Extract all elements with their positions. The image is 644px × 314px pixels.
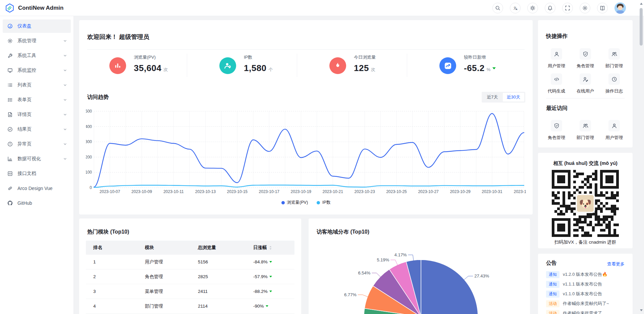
scrollbar-thumb[interactable] bbox=[640, 8, 643, 46]
chevron-down-icon bbox=[63, 68, 67, 73]
user-avatar[interactable] bbox=[614, 2, 626, 14]
sidebar-item-10[interactable]: 接口文档 bbox=[3, 167, 71, 180]
stat-trend-icon bbox=[439, 57, 456, 74]
translate-icon[interactable]: 文A bbox=[510, 3, 521, 13]
cell-change: -84.8% bbox=[253, 259, 268, 264]
svg-text:2023-10-21: 2023-10-21 bbox=[323, 189, 343, 194]
scrollbar-up-arrow[interactable] bbox=[640, 3, 643, 5]
sidebar-item-3[interactable]: 系统监控 bbox=[3, 64, 71, 77]
svg-text:2023-10-23: 2023-10-23 bbox=[355, 189, 375, 194]
sidebar-item-2[interactable]: 系统工具 bbox=[3, 49, 71, 62]
notification-icon[interactable] bbox=[545, 3, 555, 13]
docs-icon[interactable] bbox=[597, 3, 608, 13]
welcome-divider bbox=[87, 49, 525, 50]
scrollbar-down-arrow[interactable] bbox=[640, 309, 643, 311]
chart-icon bbox=[7, 156, 13, 162]
fullscreen-icon[interactable] bbox=[562, 3, 573, 13]
cell-views: 5156 bbox=[198, 259, 208, 264]
stat-divider bbox=[407, 54, 407, 77]
qr-caption: 扫码加VX，备注 cnadmin 进群 bbox=[538, 239, 633, 245]
sidebar-item-5[interactable]: 表单页 bbox=[3, 93, 71, 107]
announcement-item-4[interactable]: 活动作者喊你来提需求了 bbox=[546, 310, 627, 314]
action-tile-code-3[interactable]: 代码生成 bbox=[542, 73, 571, 94]
sidebar-item-11[interactable]: Arco Design Vue bbox=[3, 182, 71, 195]
sidebar-item-0[interactable]: 仪表盘 bbox=[3, 19, 71, 33]
announcements-card: 公告 查看更多 通知v1.2.0 版本发布公告🔥通知v1.1.1 版本发布公告通… bbox=[538, 254, 633, 314]
stat-label: IP数 bbox=[244, 54, 273, 60]
action-tile-history-5[interactable]: 操作日志 bbox=[600, 73, 629, 94]
stat-bar-chart-icon bbox=[109, 57, 126, 74]
sidebar-item-4[interactable]: 列表页 bbox=[3, 78, 71, 92]
legend-dot bbox=[317, 201, 320, 204]
sort-by-change[interactable]: 日涨幅 bbox=[246, 245, 294, 251]
sidebar-item-8[interactable]: 异常页 bbox=[3, 137, 71, 151]
legend-label: IP数 bbox=[322, 200, 330, 205]
legend-item-0[interactable]: 浏览量(PV) bbox=[281, 200, 308, 205]
region-pie-card: 27.43%6.77%6.54%5.19%4.17% 访客地域分布 (Top10… bbox=[309, 218, 530, 314]
action-tile-user-edit-4[interactable]: 在线用户 bbox=[571, 73, 600, 94]
cell-views: 2825 bbox=[198, 274, 208, 279]
action-tile-label: 用户管理 bbox=[548, 63, 565, 69]
announcements-title: 公告 bbox=[546, 260, 557, 267]
svg-text:2023-10-19: 2023-10-19 bbox=[291, 189, 312, 194]
user-edit-icon bbox=[580, 73, 591, 85]
change-down-icon bbox=[269, 261, 272, 263]
trend-line-chart: 01002003004005002023-10-072023-10-092023… bbox=[86, 107, 526, 197]
stat-flame-icon bbox=[329, 57, 346, 74]
cell-change: -57.9% bbox=[253, 274, 268, 279]
chevron-down-icon bbox=[63, 39, 67, 43]
sidebar-item-12[interactable]: GitHub bbox=[3, 196, 71, 210]
announcements-more-link[interactable]: 查看更多 bbox=[607, 261, 625, 267]
users-icon bbox=[580, 120, 591, 131]
svg-text:27.43%: 27.43% bbox=[474, 273, 489, 278]
action-tile-shield-rv0[interactable]: 角色管理 bbox=[542, 120, 571, 141]
sidebar-item-7[interactable]: 结果页 bbox=[3, 123, 71, 136]
announcement-item-1[interactable]: 通知v1.1.1 版本发布公告 bbox=[546, 281, 627, 288]
stat-card-3: 较昨日新增-65.2% bbox=[417, 52, 527, 86]
svg-text:400: 400 bbox=[86, 124, 92, 129]
announcement-item-2[interactable]: 通知v1.1.0 版本发布公告 bbox=[546, 291, 627, 297]
gear-icon bbox=[7, 38, 13, 44]
chevron-down-icon bbox=[63, 127, 67, 132]
search-icon[interactable] bbox=[492, 3, 503, 13]
svg-text:0: 0 bbox=[90, 185, 92, 190]
svg-text:2023-10-13: 2023-10-13 bbox=[195, 189, 216, 194]
legend-item-1[interactable]: IP数 bbox=[317, 200, 330, 205]
announcement-item-0[interactable]: 通知v1.2.0 版本发布公告🔥 bbox=[546, 271, 627, 278]
action-tile-users-rv1[interactable]: 部门管理 bbox=[571, 120, 600, 141]
sidebar-item-1[interactable]: 系统管理 bbox=[3, 34, 71, 48]
trend-range-option-1[interactable]: 近30天 bbox=[503, 93, 524, 102]
legend-dot bbox=[281, 201, 285, 204]
action-tile-shield-1[interactable]: 角色管理 bbox=[571, 48, 600, 69]
qr-avatar-dog: 🐶 bbox=[576, 194, 595, 213]
sidebar-item-9[interactable]: 数据可视化 bbox=[3, 152, 71, 166]
svg-text:2023-10-29: 2023-10-29 bbox=[450, 189, 471, 194]
quick-actions-card: 快捷操作 用户管理角色管理部门管理 代码生成在线用户操作日志 最近访问 角色管理… bbox=[538, 20, 633, 147]
page-scrollbar bbox=[639, 0, 643, 314]
announcement-item-3[interactable]: 活动作者喊你来贡献代码了~ bbox=[546, 300, 627, 307]
stat-unit: 次 bbox=[164, 67, 168, 73]
settings-icon[interactable] bbox=[580, 3, 590, 13]
app-logo[interactable]: ContiNew Admin bbox=[0, 3, 63, 13]
code-icon bbox=[551, 73, 562, 85]
trend-series-1 bbox=[94, 185, 524, 187]
region-pie-title: 访客地域分布 (Top10) bbox=[317, 229, 369, 236]
cell-module: 菜单管理 bbox=[145, 289, 163, 295]
action-tile-label: 角色管理 bbox=[548, 135, 565, 141]
quick-actions-row-2: 代码生成在线用户操作日志 bbox=[542, 73, 629, 94]
link-icon bbox=[7, 186, 13, 191]
sidebar-item-6[interactable]: 详情页 bbox=[3, 108, 71, 121]
trend-range-option-0[interactable]: 近7天 bbox=[483, 93, 502, 102]
table-header-0: 排名 bbox=[93, 245, 102, 251]
action-tile-user-0[interactable]: 用户管理 bbox=[542, 48, 571, 69]
trend-down-icon bbox=[492, 67, 496, 69]
theme-icon[interactable] bbox=[527, 3, 538, 13]
sidebar-item-label: 仪表盘 bbox=[17, 23, 67, 29]
form-icon bbox=[7, 97, 13, 103]
wrench-icon bbox=[7, 53, 13, 58]
action-tile-user-rv2[interactable]: 用户管理 bbox=[600, 120, 629, 141]
svg-text:100: 100 bbox=[86, 170, 92, 175]
table-header-2: 总浏览量 bbox=[198, 245, 216, 251]
action-tile-users-2[interactable]: 部门管理 bbox=[600, 48, 629, 69]
stat-label: 较昨日新增 bbox=[464, 54, 496, 60]
